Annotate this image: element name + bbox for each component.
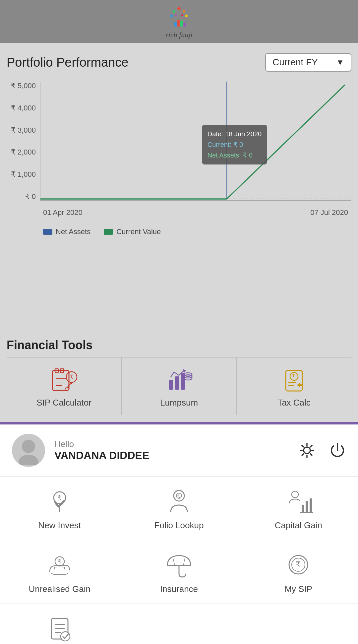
y-label-3000: ₹ 3,000	[11, 126, 36, 135]
svg-text:₹: ₹	[58, 558, 61, 565]
financial-tools-row: ₹ SIP Calculator	[7, 357, 351, 415]
svg-point-58	[292, 491, 298, 498]
svg-point-42	[19, 455, 38, 465]
tool-lumpsum-label: Lumpsum	[160, 398, 198, 408]
svg-text:₹: ₹	[57, 494, 62, 501]
svg-line-49	[310, 454, 313, 456]
svg-rect-60	[306, 501, 308, 512]
tooltip-date: Date: 18 Jun 2020	[208, 129, 262, 139]
my-sip-icon: ₹	[283, 552, 313, 579]
portfolio-chart: ₹ 5,000 ₹ 4,000 ₹ 3,000 ₹ 2,000 ₹ 1,000 …	[7, 82, 351, 221]
portfolio-header: Portfolio Performance Current FY ▼	[7, 53, 351, 72]
legend-net-assets-color	[43, 229, 52, 235]
menu-row-3: My Orders	[0, 604, 358, 644]
my-orders-icon	[45, 616, 75, 642]
tooltip-net: Net Assets: ₹ 0	[208, 150, 262, 161]
tool-lumpsum[interactable]: Lumpsum	[122, 358, 237, 415]
insurance-icon	[164, 552, 194, 579]
new-invest-icon: ₹	[45, 488, 75, 515]
avatar	[12, 434, 45, 467]
legend-current-value: Current Value	[104, 227, 161, 236]
menu-empty-1	[119, 604, 239, 644]
fy-label: Current FY	[272, 57, 318, 68]
svg-line-48	[302, 445, 304, 447]
tooltip-current: Current: ₹ 0	[208, 139, 262, 150]
y-label-4000: ₹ 4,000	[11, 104, 36, 112]
financial-tools-section: Financial Tools ₹ SIP Calculator	[0, 332, 358, 422]
y-label-1000: ₹ 1,000	[11, 170, 36, 179]
svg-rect-59	[302, 505, 304, 512]
legend-current-value-label: Current Value	[116, 227, 161, 236]
purple-divider	[0, 422, 358, 424]
menu-folio-lookup[interactable]: ₹ Folio Lookup	[119, 477, 239, 540]
logo-text: rich fauji	[165, 31, 192, 39]
menu-row-1: ₹ New Invest ₹ Folio Lookup	[0, 477, 358, 540]
svg-point-4	[170, 15, 173, 17]
capital-gain-label: Capital Gain	[275, 520, 322, 531]
chart-plot: Date: 18 Jun 2020 Current: ₹ 0 Net Asset…	[40, 82, 351, 201]
chevron-down-icon: ▼	[336, 58, 344, 67]
chart-x-axis: 01 Apr 2020 07 Jul 2020	[40, 204, 351, 221]
chart-tooltip: Date: 18 Jun 2020 Current: ₹ 0 Net Asset…	[202, 125, 267, 164]
svg-point-0	[177, 7, 181, 10]
svg-text:₹: ₹	[177, 493, 180, 499]
menu-my-sip[interactable]: ₹ My SIP	[239, 540, 358, 604]
y-label-5000: ₹ 5,000	[11, 82, 36, 90]
svg-rect-25	[169, 380, 173, 390]
unrealised-gain-label: Unrealised Gain	[29, 584, 90, 594]
capital-gain-icon	[283, 488, 313, 515]
sip-calc-icon: ₹	[49, 367, 79, 394]
power-icon	[329, 442, 346, 459]
chart-y-axis: ₹ 5,000 ₹ 4,000 ₹ 3,000 ₹ 2,000 ₹ 1,000 …	[7, 82, 40, 201]
menu-insurance[interactable]: Insurance	[119, 540, 239, 604]
user-panel: Hello VANDANA DIDDEE	[0, 424, 358, 477]
x-label-start: 01 Apr 2020	[43, 208, 83, 217]
svg-point-1	[183, 10, 185, 13]
menu-row-2: ₹ Unrealised Gain Insurance	[0, 540, 358, 604]
menu-grid: ₹ New Invest ₹ Folio Lookup	[0, 477, 358, 644]
power-button[interactable]	[329, 442, 346, 459]
user-info: Hello VANDANA DIDDEE	[54, 439, 289, 462]
hello-text: Hello	[54, 439, 289, 449]
menu-empty-2	[239, 604, 358, 644]
menu-capital-gain[interactable]: Capital Gain	[239, 477, 358, 540]
new-invest-label: New Invest	[38, 520, 81, 531]
folio-lookup-label: Folio Lookup	[154, 520, 204, 531]
folio-lookup-icon: ₹	[164, 488, 194, 515]
lumpsum-icon	[164, 367, 194, 394]
svg-point-41	[22, 440, 35, 453]
svg-point-2	[185, 15, 188, 17]
app-header: rich fauji	[0, 0, 358, 43]
tool-sip-label: SIP Calculator	[36, 398, 91, 408]
svg-point-76	[61, 632, 70, 641]
user-name: VANDANA DIDDEE	[54, 449, 289, 462]
fy-dropdown[interactable]: Current FY ▼	[265, 53, 351, 72]
svg-point-43	[304, 447, 310, 454]
financial-tools-title: Financial Tools	[7, 332, 351, 357]
svg-rect-38	[299, 383, 300, 387]
my-sip-label: My SIP	[284, 584, 312, 594]
unrealised-gain-icon: ₹	[45, 552, 75, 579]
svg-rect-26	[175, 376, 179, 390]
legend-current-value-color	[104, 229, 113, 235]
svg-line-9	[174, 12, 177, 23]
tool-sip-calculator[interactable]: ₹ SIP Calculator	[7, 358, 122, 415]
svg-rect-13	[183, 23, 186, 27]
main-content: Portfolio Performance Current FY ▼ ₹ 5,0…	[0, 43, 358, 332]
menu-new-invest[interactable]: ₹ New Invest	[0, 477, 119, 540]
settings-icon	[298, 442, 316, 459]
settings-button[interactable]	[298, 442, 316, 459]
svg-point-3	[173, 10, 175, 13]
svg-line-51	[302, 454, 304, 456]
x-label-end: 07 Jul 2020	[310, 208, 348, 217]
svg-rect-12	[180, 21, 183, 27]
menu-my-orders[interactable]: My Orders	[0, 604, 119, 644]
tool-tax-calc[interactable]: ₹ Tax Calc	[237, 358, 351, 415]
menu-unrealised-gain[interactable]: ₹ Unrealised Gain	[0, 540, 119, 604]
svg-line-68	[183, 558, 185, 565]
tax-calc-icon: ₹	[279, 367, 309, 394]
y-label-0: ₹ 0	[25, 192, 36, 201]
tool-tax-label: Tax Calc	[277, 398, 311, 408]
svg-rect-61	[310, 498, 312, 512]
svg-rect-10	[174, 22, 177, 27]
